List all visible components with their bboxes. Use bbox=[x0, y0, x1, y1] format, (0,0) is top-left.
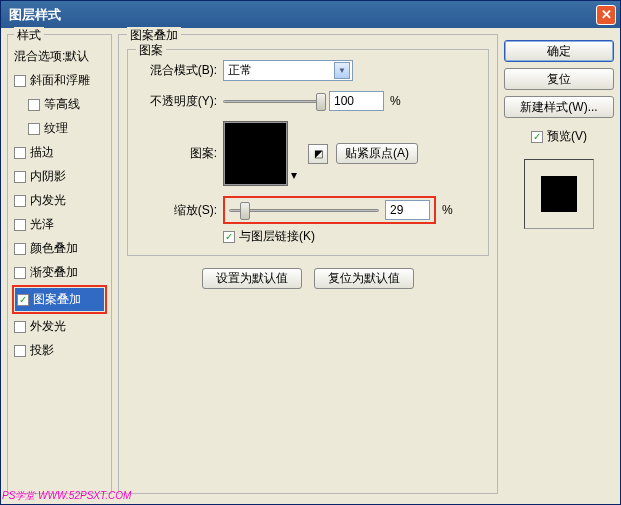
chevron-down-icon: ▼ bbox=[334, 62, 350, 79]
blend-mode-value: 正常 bbox=[228, 62, 334, 79]
style-list-panel: 样式 混合选项:默认 斜面和浮雕 等高线 纹理 描边 内阴影 内发光 光泽 颜色… bbox=[7, 34, 112, 498]
scale-unit: % bbox=[442, 203, 453, 217]
style-item-contour[interactable]: 等高线 bbox=[12, 93, 107, 116]
new-style-button[interactable]: 新建样式(W)... bbox=[504, 96, 614, 118]
highlight-pattern-overlay: ✓图案叠加 bbox=[12, 285, 107, 314]
blend-mode-row: 混合模式(B): 正常 ▼ bbox=[138, 60, 478, 81]
style-item-satin[interactable]: 光泽 bbox=[12, 213, 107, 236]
dialog-body: 样式 混合选项:默认 斜面和浮雕 等高线 纹理 描边 内阴影 内发光 光泽 颜色… bbox=[1, 28, 620, 504]
cancel-button[interactable]: 复位 bbox=[504, 68, 614, 90]
opacity-label: 不透明度(Y): bbox=[138, 93, 223, 110]
titlebar: 图层样式 ✕ bbox=[1, 1, 620, 28]
set-default-button[interactable]: 设置为默认值 bbox=[202, 268, 302, 289]
style-list: 混合选项:默认 斜面和浮雕 等高线 纹理 描边 内阴影 内发光 光泽 颜色叠加 … bbox=[12, 45, 107, 362]
preview-checkbox[interactable]: ✓预览(V) bbox=[504, 128, 614, 145]
link-row: ✓与图层链接(K) bbox=[223, 228, 478, 245]
scale-slider[interactable] bbox=[229, 209, 379, 212]
ok-button[interactable]: 确定 bbox=[504, 40, 614, 62]
close-button[interactable]: ✕ bbox=[596, 5, 616, 25]
pattern-row: 图案: ▾ ◩ 贴紧原点(A) bbox=[138, 121, 478, 186]
settings-panel: 图案叠加 图案 混合模式(B): 正常 ▼ 不透明度(Y): bbox=[118, 34, 498, 498]
style-list-group: 样式 混合选项:默认 斜面和浮雕 等高线 纹理 描边 内阴影 内发光 光泽 颜色… bbox=[7, 34, 112, 494]
style-item-outer-glow[interactable]: 外发光 bbox=[12, 315, 107, 338]
action-panel: 确定 复位 新建样式(W)... ✓预览(V) bbox=[504, 34, 614, 498]
highlight-scale: 29 bbox=[223, 196, 436, 224]
style-item-color-overlay[interactable]: 颜色叠加 bbox=[12, 237, 107, 260]
pattern-group: 图案 混合模式(B): 正常 ▼ 不透明度(Y): 100 bbox=[127, 49, 489, 256]
default-buttons-row: 设置为默认值 复位为默认值 bbox=[127, 268, 489, 289]
style-item-pattern-overlay[interactable]: ✓图案叠加 bbox=[15, 288, 104, 311]
preview-swatch bbox=[541, 176, 577, 212]
opacity-row: 不透明度(Y): 100 % bbox=[138, 91, 478, 111]
blend-mode-combo[interactable]: 正常 ▼ bbox=[223, 60, 353, 81]
link-with-layer-checkbox[interactable]: ✓与图层链接(K) bbox=[223, 228, 315, 245]
scale-row: 缩放(S): 29 % bbox=[138, 196, 478, 224]
style-item-bevel[interactable]: 斜面和浮雕 bbox=[12, 69, 107, 92]
opacity-slider[interactable] bbox=[223, 100, 323, 103]
new-pattern-button[interactable]: ◩ bbox=[308, 144, 328, 164]
style-item-inner-glow[interactable]: 内发光 bbox=[12, 189, 107, 212]
pattern-swatch[interactable] bbox=[223, 121, 288, 186]
scale-slider-thumb[interactable] bbox=[240, 202, 250, 220]
pattern-inner-label: 图案 bbox=[136, 42, 166, 59]
watermark: PS学堂 WWW.52PSXT.COM bbox=[2, 489, 131, 503]
snap-origin-button[interactable]: 贴紧原点(A) bbox=[336, 143, 418, 164]
opacity-slider-thumb[interactable] bbox=[316, 93, 326, 111]
blend-mode-label: 混合模式(B): bbox=[138, 62, 223, 79]
pattern-dropdown-icon[interactable]: ▾ bbox=[288, 121, 300, 186]
scale-input[interactable]: 29 bbox=[385, 200, 430, 220]
style-item-drop-shadow[interactable]: 投影 bbox=[12, 339, 107, 362]
opacity-unit: % bbox=[390, 94, 401, 108]
style-item-inner-shadow[interactable]: 内阴影 bbox=[12, 165, 107, 188]
opacity-input[interactable]: 100 bbox=[329, 91, 384, 111]
pattern-overlay-group: 图案叠加 图案 混合模式(B): 正常 ▼ 不透明度(Y): bbox=[118, 34, 498, 494]
scale-label: 缩放(S): bbox=[138, 202, 223, 219]
blend-options-header[interactable]: 混合选项:默认 bbox=[12, 45, 107, 68]
reset-default-button[interactable]: 复位为默认值 bbox=[314, 268, 414, 289]
window-title: 图层样式 bbox=[5, 6, 596, 24]
style-item-gradient-overlay[interactable]: 渐变叠加 bbox=[12, 261, 107, 284]
preview-box bbox=[524, 159, 594, 229]
style-list-label: 样式 bbox=[14, 27, 44, 44]
pattern-label: 图案: bbox=[138, 145, 223, 162]
style-item-stroke[interactable]: 描边 bbox=[12, 141, 107, 164]
style-item-texture[interactable]: 纹理 bbox=[12, 117, 107, 140]
layer-style-dialog: 图层样式 ✕ 样式 混合选项:默认 斜面和浮雕 等高线 纹理 描边 内阴影 内发… bbox=[0, 0, 621, 505]
